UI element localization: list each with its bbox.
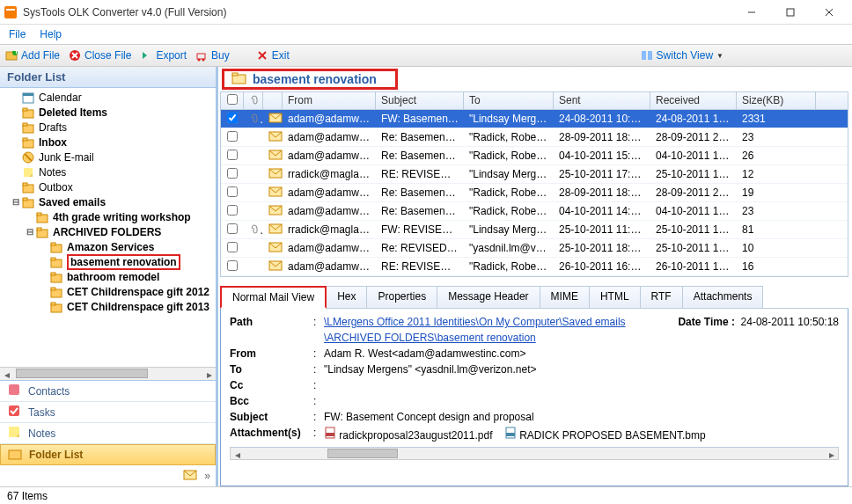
col-to[interactable]: To <box>464 92 554 109</box>
nav-contacts[interactable]: Contacts <box>0 381 216 402</box>
nav-notes[interactable]: Notes <box>0 423 216 444</box>
cell-to: "Lindsay Mergen... <box>464 113 554 125</box>
attachment-2[interactable]: RADICK PROPOSED BASEMENT.bmp <box>519 429 705 442</box>
nav-folder-list[interactable]: Folder List <box>0 444 216 465</box>
expand-toggle-icon[interactable]: ⊟ <box>25 227 35 237</box>
folder-item[interactable]: Outbox <box>0 179 216 194</box>
mail-row[interactable]: adam@adamwest...Re: Basement Co..."Radic… <box>221 147 848 165</box>
folder-label: Notes <box>39 166 66 179</box>
tab-html[interactable]: HTML <box>589 286 641 308</box>
add-file-button[interactable]: + Add File <box>5 49 60 62</box>
cell-size: 81 <box>737 223 816 236</box>
row-checkbox[interactable] <box>227 168 238 179</box>
scroll-right-icon[interactable]: ▸ <box>825 448 838 461</box>
row-checkbox[interactable] <box>227 242 238 252</box>
maximize-button[interactable] <box>771 0 810 25</box>
row-checkbox[interactable] <box>227 150 238 160</box>
row-checkbox[interactable] <box>227 113 238 123</box>
mail-row[interactable]: adam@adamwest...FW: Basement C..."Lindsa… <box>221 110 848 128</box>
folder-item[interactable]: Deleted Items <box>0 105 216 120</box>
folder-tree[interactable]: CalendarDeleted ItemsDraftsInboxJunk E-m… <box>0 88 216 367</box>
titlebar: SysTools OLK Converter v4.0 (Full Versio… <box>0 0 852 25</box>
nav-notes-label: Notes <box>28 427 55 440</box>
col-received[interactable]: Received <box>650 92 737 109</box>
folder-icon <box>21 121 35 134</box>
folder-item[interactable]: basement renovation <box>0 254 216 269</box>
mail-small-icon[interactable] <box>183 469 197 484</box>
folder-item[interactable]: 4th grade writing workshop <box>0 209 216 224</box>
row-checkbox[interactable] <box>227 223 238 234</box>
col-from[interactable]: From <box>283 92 376 109</box>
svg-rect-13 <box>197 54 205 59</box>
cell-to: "Radick, Robert ... <box>464 260 554 273</box>
folder-item[interactable]: Calendar <box>0 90 216 105</box>
folder-item[interactable]: CET Childrenspace gift 2012 <box>0 284 216 299</box>
detail-path-label: Path <box>230 316 313 328</box>
folder-item[interactable]: bathroom remodel <box>0 269 216 284</box>
mail-row[interactable]: adam@adamwest...Re: Basement Co..."Radic… <box>221 184 848 202</box>
mail-row[interactable]: adam@adamwest...Re: Basement Co..."Radic… <box>221 128 848 147</box>
notes-icon <box>7 425 21 442</box>
folder-item[interactable]: ⊟ARCHIVED FOLDERS <box>0 224 216 239</box>
tab-mime[interactable]: MIME <box>540 286 590 308</box>
mail-row[interactable]: adam@adamwest...RE: REVISED PR..."Radick… <box>221 258 848 276</box>
mail-row[interactable]: adam@adamwest...Re: Basement Co..."Radic… <box>221 202 848 221</box>
folder-item[interactable]: Notes <box>0 164 216 179</box>
col-checkbox[interactable] <box>221 92 244 109</box>
tab-message-header[interactable]: Message Header <box>437 286 540 308</box>
tab-properties[interactable]: Properties <box>366 286 437 308</box>
export-button[interactable]: Export <box>140 49 187 62</box>
row-checkbox[interactable] <box>227 131 238 142</box>
cell-sent: 04-10-2011 14:10... <box>554 205 650 217</box>
scroll-thumb[interactable] <box>16 369 148 378</box>
tab-normal-mail-view[interactable]: Normal Mail View <box>220 286 327 309</box>
folder-item[interactable]: Inbox <box>0 135 216 150</box>
detail-path-value2[interactable]: \ARCHIVED FOLDERS\basement renovation <box>324 332 536 344</box>
minimize-button[interactable] <box>732 0 771 25</box>
mail-row[interactable]: adam@adamwest...Re: REVISED PR..."yasdni… <box>221 239 848 258</box>
svg-rect-54 <box>9 450 21 459</box>
scroll-left-icon[interactable]: ◂ <box>231 448 244 461</box>
app-icon <box>4 5 18 19</box>
detail-hscroll[interactable]: ◂ ▸ <box>230 447 839 460</box>
detail-path-value[interactable]: \LMergens Office 2011 Identities\On My C… <box>324 316 626 328</box>
col-sent[interactable]: Sent <box>554 92 650 109</box>
grid-header[interactable]: From Subject To Sent Received Size(KB) <box>221 92 848 110</box>
col-mail-icon[interactable] <box>263 92 283 109</box>
tab-attachments[interactable]: Attachments <box>682 286 764 308</box>
row-checkbox[interactable] <box>227 186 238 197</box>
menu-file[interactable]: File <box>9 28 26 40</box>
col-subject[interactable]: Subject <box>376 92 464 109</box>
tab-rtf[interactable]: RTF <box>640 286 683 308</box>
svg-point-14 <box>198 59 201 62</box>
svg-rect-33 <box>23 183 27 186</box>
tree-hscroll[interactable]: ◂ ▸ <box>0 367 216 380</box>
close-file-button[interactable]: Close File <box>69 49 131 62</box>
scroll-left-icon[interactable]: ◂ <box>0 368 13 381</box>
col-attach-icon[interactable] <box>244 92 263 109</box>
folder-icon <box>21 196 35 208</box>
switch-view-button[interactable]: Switch View ▼ <box>641 49 723 62</box>
row-checkbox[interactable] <box>227 205 238 215</box>
buy-button[interactable]: Buy <box>195 49 230 62</box>
scroll-thumb[interactable] <box>327 449 398 458</box>
nav-tasks[interactable]: Tasks <box>0 402 216 423</box>
folder-item[interactable]: CET Childrenspace gift 2013 <box>0 299 216 314</box>
menu-help[interactable]: Help <box>40 28 62 40</box>
expand-toggle-icon[interactable]: ⊟ <box>11 197 21 207</box>
cell-from: adam@adamwest... <box>283 131 376 143</box>
col-size[interactable]: Size(KB) <box>737 92 816 109</box>
folder-item[interactable]: Junk E-mail <box>0 150 216 164</box>
folder-item[interactable]: ⊟Saved emails <box>0 194 216 209</box>
exit-button[interactable]: Exit <box>256 49 290 62</box>
row-checkbox[interactable] <box>227 260 238 271</box>
chevron-right-icon[interactable]: » <box>204 470 210 482</box>
attachment-1[interactable]: radickproposal23august2011.pdf <box>339 429 492 442</box>
tab-hex[interactable]: Hex <box>326 286 367 308</box>
close-button[interactable] <box>810 0 848 25</box>
folder-item[interactable]: Drafts <box>0 120 216 135</box>
scroll-right-icon[interactable]: ▸ <box>202 368 216 381</box>
mail-row[interactable]: rradick@maglaw...FW: REVISED PR..."Linds… <box>221 221 848 239</box>
folder-item[interactable]: Amazon Services <box>0 239 216 254</box>
mail-row[interactable]: rradick@maglaw...RE: REVISED PR..."Linds… <box>221 165 848 184</box>
